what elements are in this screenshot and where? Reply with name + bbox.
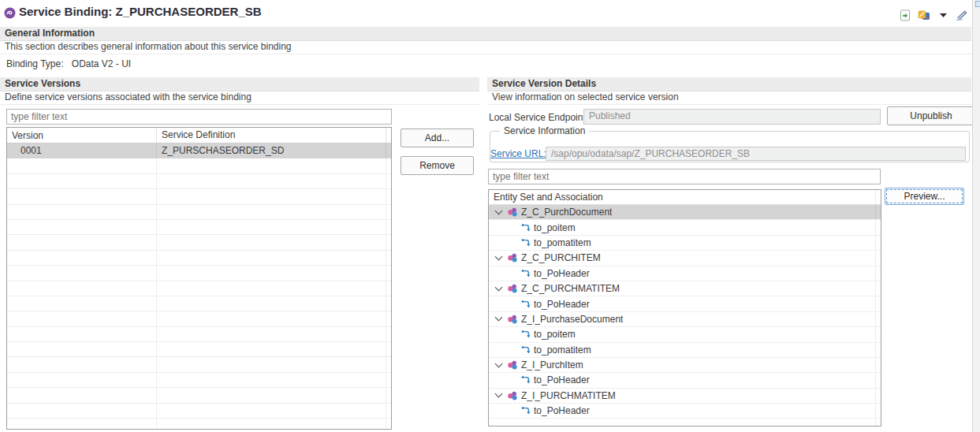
table-empty-row — [7, 342, 391, 357]
entity-set-label: Z_I_PURCHMATITEM — [521, 390, 616, 401]
local-service-endpoint-label: Local Service Endpoint: — [489, 112, 588, 123]
association-label: to_pomatitem — [534, 237, 591, 248]
entity-set-label: Z_C_PurchDocument — [521, 207, 612, 218]
binding-type-row: Binding Type: OData V2 - UI — [6, 58, 131, 69]
association-label: to_PoHeader — [534, 299, 590, 310]
chevron-down-icon[interactable] — [495, 390, 503, 398]
service-definition-cell: Z_PURSCHASEORDER_SD — [157, 143, 386, 158]
versions-filter-input[interactable] — [6, 109, 392, 125]
table-empty-row — [7, 220, 391, 235]
entity-set-label: Z_C_PURCHITEM — [521, 252, 601, 263]
tree-child-item[interactable]: to_PoHeader — [489, 266, 881, 281]
tree-item[interactable]: Z_I_PURCHMATITEM — [489, 389, 881, 404]
entity-set-icon — [507, 283, 518, 294]
entity-set-tree: Entity Set and Association Z_C_PurchDocu… — [488, 189, 881, 426]
tree-item[interactable]: Z_C_PURCHITEM — [489, 251, 881, 266]
entity-set-icon — [507, 252, 518, 263]
association-label: to_PoHeader — [534, 268, 590, 279]
association-icon — [521, 375, 531, 385]
table-empty-row — [7, 327, 391, 342]
association-icon — [521, 406, 531, 415]
table-empty-row — [7, 373, 391, 388]
service-binding-editor: Service Binding: Z_PURCHASEORDER_SB — [0, 0, 980, 432]
chevron-down-icon[interactable] — [495, 283, 503, 291]
column-header-service-definition[interactable]: Service Definition — [157, 128, 386, 143]
chevron-down-icon[interactable] — [495, 207, 503, 214]
entity-set-label: Z_I_PurchItem — [521, 359, 583, 371]
table-empty-row — [7, 189, 391, 204]
entity-tree-header-label[interactable]: Entity Set and Association — [494, 192, 603, 203]
editor-toolbar: ? — [899, 8, 980, 22]
entity-set-filter-input[interactable] — [488, 169, 881, 184]
tree-child-item[interactable]: to_PoHeader — [489, 296, 881, 311]
association-label: to_PoHeader — [534, 374, 590, 385]
table-row[interactable]: 0001Z_PURSCHASEORDER_SD — [7, 143, 391, 158]
chevron-down-icon[interactable] — [495, 252, 503, 260]
table-empty-row — [7, 281, 391, 296]
versions-table: Version Service Definition 0001Z_PURSCHA… — [6, 127, 392, 430]
table-empty-row — [7, 158, 391, 173]
tree-child-item[interactable]: to_poitem — [489, 327, 881, 342]
tree-child-item[interactable]: to_PoHeader — [489, 373, 881, 388]
tree-child-item[interactable]: to_pomatitem — [489, 343, 881, 358]
version-cell: 0001 — [7, 143, 157, 158]
service-versions-header: Service Versions — [0, 77, 479, 91]
tree-item[interactable]: Z_C_PurchDocument — [489, 205, 881, 220]
entity-set-icon — [507, 359, 518, 371]
add-button[interactable]: Add... — [401, 128, 474, 147]
association-icon — [521, 223, 531, 233]
association-icon — [521, 269, 531, 278]
tree-empty-row — [489, 419, 881, 426]
editor-right-edge — [972, 0, 980, 432]
remove-button[interactable]: Remove — [401, 156, 474, 175]
page-title: Service Binding: Z_PURCHASEORDER_SB — [19, 5, 262, 18]
tree-child-item[interactable]: to_poitem — [489, 220, 881, 235]
table-empty-row — [7, 266, 391, 281]
dropdown-arrow-icon[interactable] — [937, 9, 949, 21]
service-version-details-section: Service Version Details View information… — [487, 77, 971, 432]
association-label: to_pomatitem — [534, 344, 591, 356]
entity-set-label: Z_C_PURCHMATITEM — [521, 283, 620, 294]
chevron-down-icon[interactable] — [495, 314, 503, 322]
service-url-value: /sap/opu/odata/sap/Z_PURCHASEORDER_SB — [546, 147, 966, 161]
edit-pen-icon[interactable] — [956, 9, 968, 21]
association-icon — [521, 238, 531, 248]
association-icon — [521, 345, 531, 355]
column-header-version[interactable]: Version — [7, 128, 157, 143]
general-information-description: This section describes general informati… — [0, 41, 971, 54]
table-empty-row — [7, 205, 391, 220]
association-label: to_PoHeader — [534, 405, 590, 416]
binding-type-label: Binding Type: — [6, 58, 64, 69]
binding-type-value: OData V2 - UI — [72, 58, 131, 69]
entity-set-icon — [507, 314, 518, 325]
clipped-view-icon — [975, 1, 980, 7]
table-empty-row — [7, 174, 391, 189]
table-empty-row — [7, 388, 391, 403]
chevron-down-icon[interactable] — [495, 359, 503, 367]
entity-tree-body: Z_C_PurchDocumentto_poitemto_pomatitemZ_… — [489, 205, 881, 426]
entity-set-label: Z_I_PurchaseDocument — [521, 314, 623, 325]
unpublish-button[interactable]: Unpublish — [887, 106, 975, 125]
association-icon — [521, 300, 531, 309]
tree-item[interactable]: Z_I_PurchItem — [489, 358, 881, 373]
table-empty-row — [7, 311, 391, 326]
versions-table-body: 0001Z_PURSCHASEORDER_SD — [7, 143, 391, 430]
entity-set-icon — [507, 390, 518, 401]
sap-gui-icon[interactable] — [918, 9, 930, 21]
tree-item[interactable]: Z_C_PURCHMATITEM — [489, 281, 881, 296]
table-empty-row — [7, 404, 391, 419]
general-information-header: General Information — [0, 27, 971, 41]
service-url-link[interactable]: Service URL: — [490, 148, 546, 159]
tree-child-item[interactable]: to_pomatitem — [489, 236, 881, 251]
export-file-icon[interactable] — [899, 9, 911, 21]
entity-tree-header: Entity Set and Association — [489, 190, 881, 205]
association-label: to_poitem — [534, 329, 576, 340]
local-service-endpoint-value: Published — [583, 109, 881, 125]
association-icon — [521, 330, 531, 339]
preview-button[interactable]: Preview... — [885, 188, 964, 205]
tree-item[interactable]: Z_I_PurchaseDocument — [489, 312, 881, 327]
table-empty-row — [7, 235, 391, 250]
table-empty-row — [7, 419, 391, 430]
tree-child-item[interactable]: to_PoHeader — [489, 404, 881, 419]
table-empty-row — [7, 251, 391, 266]
